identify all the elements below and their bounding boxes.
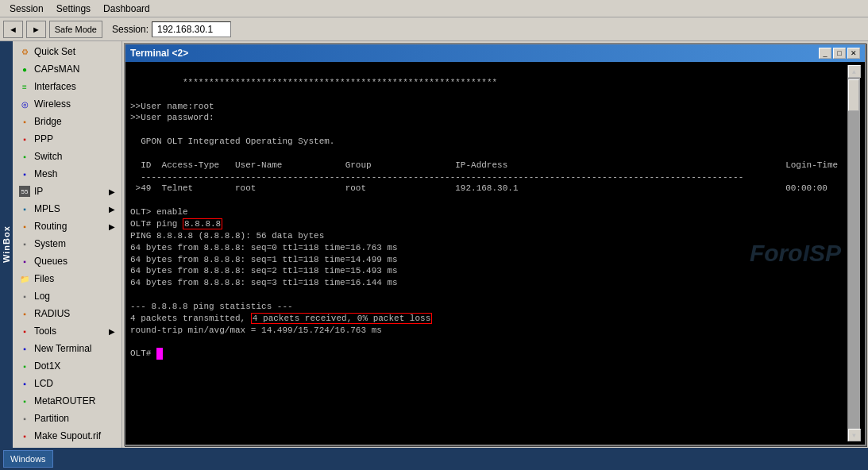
quick-set-icon: ⚙: [19, 46, 30, 57]
bridge-icon: ▪: [19, 116, 30, 127]
scrollbar-up-button[interactable]: ▲: [848, 65, 861, 78]
sidebar-item-files[interactable]: 📁 Files: [13, 270, 122, 287]
sidebar-label-system: System: [34, 238, 66, 249]
back-button[interactable]: ◄: [3, 21, 23, 38]
session-value: 192.168.30.1: [152, 21, 231, 37]
sidebar-label-lcd: LCD: [34, 378, 53, 389]
system-icon: ▪: [19, 238, 30, 249]
mpls-arrow: ▶: [109, 205, 115, 214]
sidebar-item-tools[interactable]: ▪ Tools ▶: [13, 322, 122, 340]
radius-icon: ▪: [19, 308, 30, 319]
tools-arrow: ▶: [109, 327, 115, 336]
partition-icon: ▪: [19, 413, 30, 424]
sidebar-label-files: Files: [34, 273, 54, 284]
session-info: Session: 192.168.30.1: [112, 21, 231, 37]
sidebar-label-radius: RADIUS: [34, 308, 70, 319]
sidebar-item-mpls[interactable]: ▪ MPLS ▶: [13, 200, 122, 218]
menu-bar: Session Settings Dashboard: [0, 0, 868, 17]
tools-icon: ▪: [19, 326, 30, 337]
sidebar-item-system[interactable]: ▪ System: [13, 235, 122, 252]
sidebar-label-tools: Tools: [34, 326, 56, 337]
sidebar-label-interfaces: Interfaces: [34, 81, 76, 92]
make-supout-icon: ▪: [19, 430, 30, 441]
sidebar-label-ppp: PPP: [34, 133, 53, 144]
sidebar-item-radius[interactable]: ▪ RADIUS: [13, 305, 122, 322]
routing-arrow: ▶: [109, 222, 115, 231]
safemode-button[interactable]: Safe Mode: [49, 21, 102, 38]
sidebar-label-capsman: CAPsMAN: [34, 64, 79, 75]
sidebar-label-mpls: MPLS: [34, 203, 60, 214]
sidebar-item-log[interactable]: ▪ Log: [13, 287, 122, 305]
scrollbar-down-button[interactable]: ▼: [848, 429, 861, 441]
switch-icon: ▪: [19, 151, 30, 162]
terminal-title: Terminal <2>: [130, 48, 188, 59]
ip-arrow: ▶: [109, 187, 115, 196]
ip-icon: 55: [19, 186, 30, 197]
sidebar-item-interfaces[interactable]: ≡ Interfaces: [13, 78, 122, 95]
wireless-icon: ◎: [19, 98, 30, 110]
sidebar-label-log: Log: [34, 291, 50, 302]
sidebar-item-bridge[interactable]: ▪ Bridge: [13, 113, 122, 130]
sidebar-label-new-terminal: New Terminal: [34, 343, 91, 354]
terminal-minimize-button[interactable]: _: [819, 48, 831, 59]
terminal-scrollbar: ▲ ▼: [847, 65, 860, 441]
scrollbar-thumb[interactable]: [848, 79, 859, 111]
terminal-area: Terminal <2> _ □ ✕ *********************…: [122, 41, 868, 448]
sidebar-label-metarouter: MetaROUTER: [34, 395, 95, 406]
sidebar-item-capsman[interactable]: ● CAPsMAN: [13, 60, 122, 78]
new-terminal-icon: ▪: [19, 343, 30, 354]
terminal-content: ****************************************…: [130, 65, 847, 441]
sidebar-label-switch: Switch: [34, 151, 62, 162]
sidebar-item-dot1x[interactable]: ▪ Dot1X: [13, 357, 122, 375]
terminal-maximize-button[interactable]: □: [833, 48, 846, 59]
sidebar-item-ip[interactable]: 55 IP ▶: [13, 183, 122, 200]
terminal-titlebar: Terminal <2> _ □ ✕: [125, 44, 865, 62]
ppp-icon: ▪: [19, 133, 30, 144]
sidebar-label-wireless: Wireless: [34, 98, 71, 110]
sidebar-item-partition[interactable]: ▪ Partition: [13, 410, 122, 427]
winbox-label: WinBox: [0, 41, 13, 448]
main-content: WinBox ⚙ Quick Set ● CAPsMAN ≡ Interface…: [0, 41, 868, 448]
dot1x-icon: ▪: [19, 360, 30, 372]
sidebar: ⚙ Quick Set ● CAPsMAN ≡ Interfaces ◎ Wir…: [13, 41, 122, 448]
scrollbar-track[interactable]: [848, 78, 860, 429]
capsman-icon: ●: [19, 64, 30, 75]
sidebar-label-quick-set: Quick Set: [34, 46, 75, 57]
sidebar-item-metarouter[interactable]: ▪ MetaROUTER: [13, 392, 122, 410]
sidebar-item-ppp[interactable]: ▪ PPP: [13, 130, 122, 148]
forward-button[interactable]: ►: [26, 21, 46, 38]
session-label: Session:: [112, 24, 149, 35]
toolbar: ◄ ► Safe Mode Session: 192.168.30.1: [0, 17, 868, 41]
sidebar-item-new-terminal[interactable]: ▪ New Terminal: [13, 340, 122, 357]
sidebar-label-make-supout: Make Supout.rif: [34, 430, 101, 441]
mpls-icon: ▪: [19, 203, 30, 214]
sidebar-item-mesh[interactable]: ▪ Mesh: [13, 165, 122, 183]
lcd-icon: ▪: [19, 378, 30, 389]
sidebar-item-queues[interactable]: ▪ Queues: [13, 252, 122, 270]
windows-button[interactable]: Windows: [3, 450, 53, 468]
sidebar-item-switch[interactable]: ▪ Switch: [13, 148, 122, 165]
sidebar-item-quick-set[interactable]: ⚙ Quick Set: [13, 43, 122, 60]
menu-dashboard[interactable]: Dashboard: [97, 2, 156, 16]
sidebar-item-lcd[interactable]: ▪ LCD: [13, 375, 122, 392]
sidebar-item-make-supout[interactable]: ▪ Make Supout.rif: [13, 427, 122, 445]
sidebar-label-mesh: Mesh: [34, 168, 57, 179]
terminal-controls: _ □ ✕: [819, 48, 860, 59]
sidebar-label-routing: Routing: [34, 221, 67, 232]
terminal-close-button[interactable]: ✕: [847, 48, 860, 59]
sidebar-item-wireless[interactable]: ◎ Wireless: [13, 95, 122, 113]
sidebar-label-partition: Partition: [34, 413, 69, 424]
sidebar-label-ip: IP: [34, 186, 43, 197]
menu-session[interactable]: Session: [3, 2, 50, 16]
queues-icon: ▪: [19, 256, 30, 267]
sidebar-label-queues: Queues: [34, 256, 68, 267]
terminal-body[interactable]: ****************************************…: [125, 62, 865, 445]
sidebar-label-dot1x: Dot1X: [34, 360, 60, 372]
routing-icon: ▪: [19, 221, 30, 232]
files-icon: 📁: [19, 273, 30, 284]
log-icon: ▪: [19, 291, 30, 302]
sidebar-item-routing[interactable]: ▪ Routing ▶: [13, 218, 122, 235]
terminal-window: Terminal <2> _ □ ✕ *********************…: [124, 43, 866, 446]
menu-settings[interactable]: Settings: [50, 2, 97, 16]
sidebar-label-bridge: Bridge: [34, 116, 62, 127]
